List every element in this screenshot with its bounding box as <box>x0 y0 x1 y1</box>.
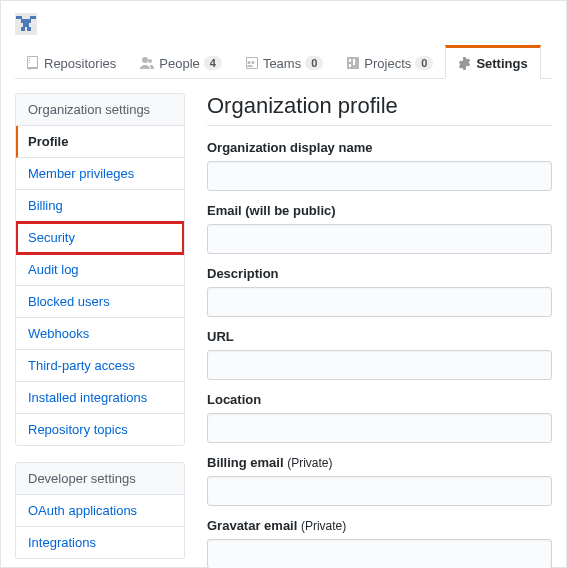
projects-icon <box>347 57 359 69</box>
tab-people[interactable]: People 4 <box>128 45 234 79</box>
tab-repositories-label: Repositories <box>44 56 116 71</box>
tab-teams-count: 0 <box>305 56 323 70</box>
svg-rect-5 <box>21 27 25 31</box>
tab-people-label: People <box>159 56 199 71</box>
sidebar-item-integrations[interactable]: Integrations <box>16 527 184 558</box>
svg-rect-3 <box>21 19 31 23</box>
org-tabs: Repositories People 4 Teams 0 Projects 0… <box>15 45 552 79</box>
billing-email-input[interactable] <box>207 476 552 506</box>
sidebar-item-billing[interactable]: Billing <box>16 190 184 222</box>
url-input[interactable] <box>207 350 552 380</box>
tab-teams[interactable]: Teams 0 <box>234 45 335 79</box>
gravatar-email-input[interactable] <box>207 539 552 568</box>
tab-projects-label: Projects <box>364 56 411 71</box>
billing-email-label: Billing email (Private) <box>207 455 552 470</box>
gravatar-email-label: Gravatar email (Private) <box>207 518 552 533</box>
teams-icon <box>246 57 258 69</box>
sidebar-item-audit-log[interactable]: Audit log <box>16 254 184 286</box>
svg-rect-1 <box>16 16 22 19</box>
svg-rect-2 <box>30 16 36 19</box>
sidebar-item-repository-topics[interactable]: Repository topics <box>16 414 184 445</box>
url-label: URL <box>207 329 552 344</box>
gear-icon <box>458 57 471 70</box>
display-name-input[interactable] <box>207 161 552 191</box>
description-label: Description <box>207 266 552 281</box>
tab-settings-label: Settings <box>476 56 527 71</box>
org-settings-header: Organization settings <box>16 94 184 126</box>
svg-rect-4 <box>23 23 29 27</box>
svg-rect-6 <box>27 27 31 31</box>
developer-settings-menu: Developer settings OAuth applications In… <box>15 462 185 559</box>
tab-projects[interactable]: Projects 0 <box>335 45 445 79</box>
developer-settings-header: Developer settings <box>16 463 184 495</box>
sidebar-item-oauth-applications[interactable]: OAuth applications <box>16 495 184 527</box>
location-input[interactable] <box>207 413 552 443</box>
repo-icon <box>27 56 39 70</box>
sidebar: Organization settings Profile Member pri… <box>15 93 185 568</box>
org-settings-menu: Organization settings Profile Member pri… <box>15 93 185 446</box>
main-content: Organization profile Organization displa… <box>185 93 552 568</box>
location-label: Location <box>207 392 552 407</box>
display-name-label: Organization display name <box>207 140 552 155</box>
sidebar-item-webhooks[interactable]: Webhooks <box>16 318 184 350</box>
tab-projects-count: 0 <box>415 56 433 70</box>
tab-people-count: 4 <box>204 56 222 70</box>
sidebar-item-third-party[interactable]: Third-party access <box>16 350 184 382</box>
tab-settings[interactable]: Settings <box>445 45 540 79</box>
org-avatar[interactable] <box>15 13 37 35</box>
email-input[interactable] <box>207 224 552 254</box>
sidebar-item-security[interactable]: Security <box>16 222 184 254</box>
sidebar-item-member-privileges[interactable]: Member privileges <box>16 158 184 190</box>
sidebar-item-profile[interactable]: Profile <box>16 126 184 158</box>
sidebar-item-blocked-users[interactable]: Blocked users <box>16 286 184 318</box>
page-title: Organization profile <box>207 93 552 126</box>
sidebar-item-installed-integrations[interactable]: Installed integrations <box>16 382 184 414</box>
description-input[interactable] <box>207 287 552 317</box>
people-icon <box>140 57 154 69</box>
email-label: Email (will be public) <box>207 203 552 218</box>
tab-teams-label: Teams <box>263 56 301 71</box>
tab-repositories[interactable]: Repositories <box>15 45 128 79</box>
